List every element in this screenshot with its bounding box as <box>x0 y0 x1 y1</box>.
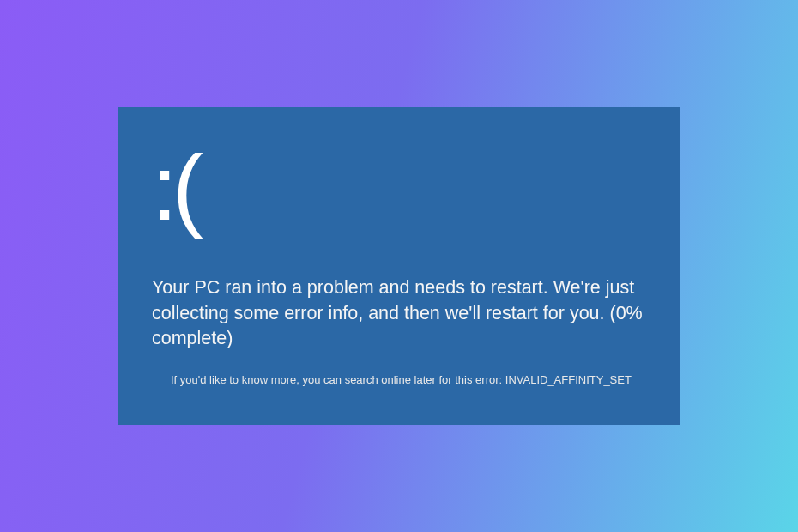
error-sub-message: If you'd like to know more, you can sear… <box>152 372 646 388</box>
error-code: INVALID_AFFINITY_SET <box>505 373 632 386</box>
error-main-message: Your PC ran into a problem and needs to … <box>152 275 646 352</box>
error-search-hint: If you'd like to know more, you can sear… <box>171 373 505 386</box>
bsod-screen: :( Your PC ran into a problem and needs … <box>118 107 680 425</box>
sad-face-icon: :( <box>152 142 646 234</box>
